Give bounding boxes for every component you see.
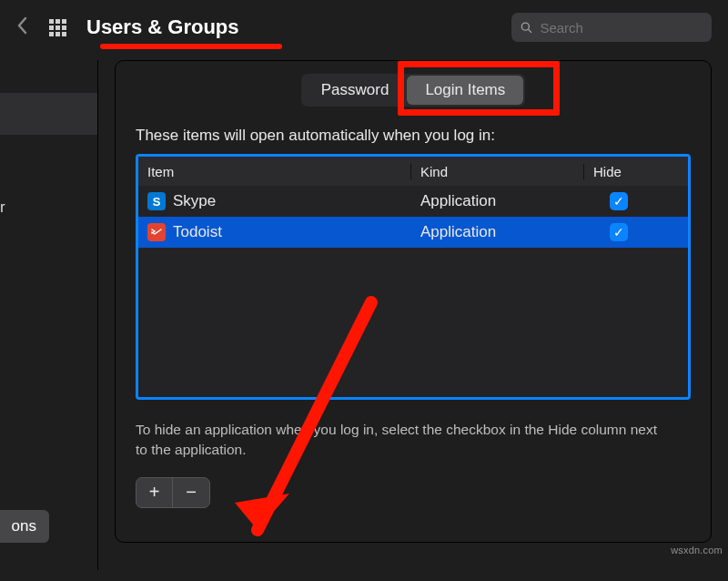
- row-kind: Application: [411, 192, 584, 210]
- search-input[interactable]: [540, 20, 703, 36]
- header-item[interactable]: Item: [138, 164, 411, 179]
- instruction-text: These items will open automatically when…: [136, 127, 691, 145]
- annotation-title-underline: [100, 44, 282, 49]
- login-items-panel: Password Login Items These items will op…: [115, 60, 712, 543]
- tab-password[interactable]: Password: [303, 76, 408, 105]
- remove-button[interactable]: −: [173, 478, 209, 507]
- table-header: Item Kind Hide: [138, 157, 688, 186]
- page-title: Users & Groups: [86, 15, 239, 39]
- header-kind[interactable]: Kind: [411, 164, 584, 179]
- tab-group: Password Login Items: [301, 74, 526, 107]
- skype-icon: S: [147, 192, 166, 210]
- hint-text: To hide an application when you log in, …: [136, 420, 663, 461]
- sidebar-truncated-text: r: [0, 199, 97, 217]
- sidebar: r ons: [0, 60, 98, 570]
- login-items-table: Item Kind Hide S Skype Application ✓: [136, 154, 691, 400]
- header-hide[interactable]: Hide: [584, 164, 688, 179]
- add-button[interactable]: +: [136, 478, 173, 507]
- todoist-icon: [147, 223, 166, 241]
- row-kind: Application: [411, 223, 584, 241]
- table-row[interactable]: S Skype Application ✓: [138, 186, 688, 217]
- toolbar: Users & Groups: [0, 0, 728, 60]
- tab-login-items[interactable]: Login Items: [407, 76, 523, 105]
- svg-line-1: [529, 29, 531, 32]
- hide-checkbox[interactable]: ✓: [610, 192, 628, 210]
- search-field[interactable]: [511, 13, 712, 42]
- table-row[interactable]: Todoist Application ✓: [138, 217, 688, 248]
- back-icon[interactable]: [16, 16, 29, 39]
- svg-point-0: [521, 23, 529, 30]
- hide-checkbox[interactable]: ✓: [610, 223, 628, 241]
- add-remove-control: + −: [136, 477, 210, 508]
- watermark: wsxdn.com: [671, 545, 723, 556]
- row-name: Todoist: [173, 223, 222, 241]
- search-icon: [521, 21, 532, 35]
- row-name: Skype: [173, 192, 216, 210]
- sidebar-bottom-item[interactable]: ons: [0, 510, 49, 543]
- apps-grid-icon[interactable]: [49, 19, 66, 36]
- sidebar-item-current-user[interactable]: [0, 93, 97, 135]
